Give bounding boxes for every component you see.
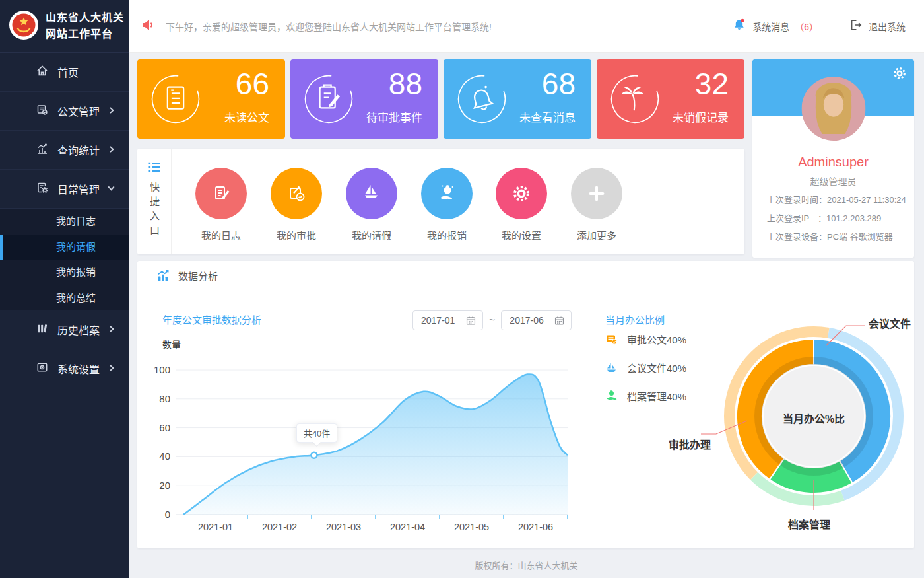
quick-item-journal[interactable]: 我的日志 <box>195 168 247 242</box>
section-header: 数据分析 <box>137 261 914 291</box>
messages-label: 系统消息 <box>752 20 789 33</box>
logout-label: 退出系统 <box>869 20 906 33</box>
svg-text:2021-03: 2021-03 <box>326 522 361 532</box>
stat-card-pending-approvals[interactable]: 88 待审批事件 <box>290 59 438 139</box>
bell-ring-icon <box>456 73 508 125</box>
last-login-ip: 上次登录IP ：101.2.203.289 <box>767 211 881 224</box>
settings-box-icon <box>36 361 49 377</box>
speaker-icon <box>141 17 156 35</box>
svg-text:60: 60 <box>159 422 170 433</box>
sidebar-item-label: 查询统计 <box>57 142 100 158</box>
logout-button[interactable]: 退出系统 <box>849 18 906 34</box>
sidebar-subitem-leave[interactable]: 我的请假 <box>0 235 129 260</box>
svg-text:2021-01: 2021-01 <box>198 522 233 532</box>
quick-item-add-more[interactable]: 添加更多 <box>571 168 622 242</box>
quick-item-reimburse[interactable]: 我的报销 <box>421 168 473 242</box>
svg-text:2021-02: 2021-02 <box>262 522 297 532</box>
daily-submenu: 我的日志 我的请假 我的报销 我的总结 <box>0 209 129 310</box>
home-icon <box>36 64 49 80</box>
gear-icon <box>510 182 533 205</box>
line-chart-title: 年度公文审批数据分析 <box>162 312 261 326</box>
sidebar-subitem-journal[interactable]: 我的日志 <box>0 209 129 235</box>
sailboat-icon <box>360 182 383 205</box>
profile-role: 超级管理员 <box>752 174 914 188</box>
sidebar-item-label: 首页 <box>57 64 79 80</box>
last-login-time: 上次登录时间：2021-05-27 11:30:24 <box>767 193 906 205</box>
archive-books-icon <box>36 322 49 338</box>
sidebar-item-home[interactable]: 首页 <box>0 53 129 92</box>
sidebar-item-statistics[interactable]: 查询统计 <box>0 131 129 170</box>
line-chart-area: 0204060801002021-012021-022021-032021-04… <box>137 327 586 535</box>
stat-card-unviewed-messages[interactable]: 68 未查看消息 <box>444 59 591 139</box>
chart-tooltip: 共40件 <box>296 423 337 443</box>
svg-text:2021-04: 2021-04 <box>390 522 425 532</box>
stat-label: 未查看消息 <box>519 108 576 125</box>
money-bag-icon <box>435 182 459 205</box>
quick-item-settings[interactable]: 我的设置 <box>496 168 547 242</box>
quick-item-leave[interactable]: 我的请假 <box>346 168 397 242</box>
document-icon <box>150 73 201 125</box>
date-to-value: 2017-06 <box>510 315 543 326</box>
svg-text:2021-06: 2021-06 <box>518 522 553 532</box>
data-analysis-panel: 数据分析 年度公文审批数据分析 2017-01 ~ 2017-06 数量 020… <box>137 261 914 548</box>
svg-text:2021-05: 2021-05 <box>454 522 489 532</box>
sidebar-item-label: 系统设置 <box>57 361 100 377</box>
quick-entry-side: 快捷入口 <box>137 149 172 254</box>
analytics-icon <box>156 269 170 283</box>
stat-label: 未销假记录 <box>673 108 729 125</box>
footer-copyright: 版权所有：山东省人大机关 <box>129 559 924 571</box>
callout-meeting-files: 会议文件 <box>869 315 911 331</box>
gear-icon[interactable] <box>892 66 907 83</box>
chevron-right-icon <box>108 363 116 375</box>
money-bag-icon <box>605 390 618 403</box>
legend-item-archive-mgmt: 档案管理40% <box>605 389 686 403</box>
svg-text:100: 100 <box>154 364 170 375</box>
date-from-value: 2017-01 <box>421 315 455 326</box>
sidebar: 山东省人大机关网站工作平台 首页 公文管理 查询统计 日常管理 我的日志 我的请… <box>0 0 129 578</box>
svg-text:40: 40 <box>159 451 170 462</box>
section-title: 数据分析 <box>178 269 218 283</box>
sidebar-subitem-summary[interactable]: 我的总结 <box>0 285 129 311</box>
stat-card-leave-records[interactable]: 32 未销假记录 <box>597 59 744 139</box>
document-check-icon <box>36 103 49 119</box>
palm-tree-icon <box>609 73 661 125</box>
exit-icon <box>849 18 863 34</box>
stat-value: 66 <box>236 66 269 102</box>
sidebar-item-settings[interactable]: 系统设置 <box>0 349 129 388</box>
sidebar-subitem-reimburse[interactable]: 我的报销 <box>0 260 129 285</box>
sidebar-item-documents[interactable]: 公文管理 <box>0 92 129 131</box>
donut-chart <box>678 301 913 519</box>
line-chart: 0204060801002021-012021-022021-032021-04… <box>137 327 586 535</box>
approve-doc-icon <box>605 333 618 346</box>
chevron-right-icon <box>108 324 116 336</box>
callout-approval-handling: 审批办理 <box>669 436 711 452</box>
stat-value: 32 <box>695 66 729 102</box>
legend-item-approve-docs: 审批公文40% <box>605 332 686 346</box>
emblem-icon <box>9 10 39 43</box>
bell-icon <box>731 17 747 35</box>
svg-text:0: 0 <box>165 509 170 520</box>
stat-label: 未读公文 <box>224 108 269 125</box>
sidebar-item-archives[interactable]: 历史档案 <box>0 310 129 349</box>
stat-value: 68 <box>542 66 576 102</box>
plus-icon <box>585 182 609 205</box>
quick-entry-panel: 快捷入口 我的日志 我的审批 我的请假 我的报销 我的设置 添加更多 <box>137 149 744 254</box>
approval-icon <box>284 182 308 205</box>
system-messages[interactable]: 系统消息（6） <box>731 17 818 35</box>
stat-label: 待审批事件 <box>366 108 422 125</box>
chevron-down-icon <box>107 183 116 195</box>
app-logo: 山东省人大机关网站工作平台 <box>0 0 129 53</box>
clipboard-pen-icon <box>303 73 354 125</box>
avatar <box>801 77 865 141</box>
quick-item-approval[interactable]: 我的审批 <box>271 168 322 242</box>
sidebar-item-daily[interactable]: 日常管理 <box>0 170 129 209</box>
svg-text:20: 20 <box>159 480 170 491</box>
messages-count: （6） <box>795 20 818 33</box>
donut-chart-title: 当月办公比例 <box>605 312 665 326</box>
profile-card: Adminsuper 超级管理员 上次登录时间：2021-05-27 11:30… <box>752 59 914 258</box>
sidebar-item-label: 公文管理 <box>57 103 100 119</box>
stat-card-unread-docs[interactable]: 66 未读公文 <box>137 59 285 139</box>
sidebar-item-label: 历史档案 <box>57 322 100 338</box>
topbar: 下午好，亲爱的超级管理员，欢迎您登陆山东省人大机关网站工作平台管理系统! 系统消… <box>129 0 924 53</box>
legend-item-meeting-files: 会议文件40% <box>605 361 686 375</box>
